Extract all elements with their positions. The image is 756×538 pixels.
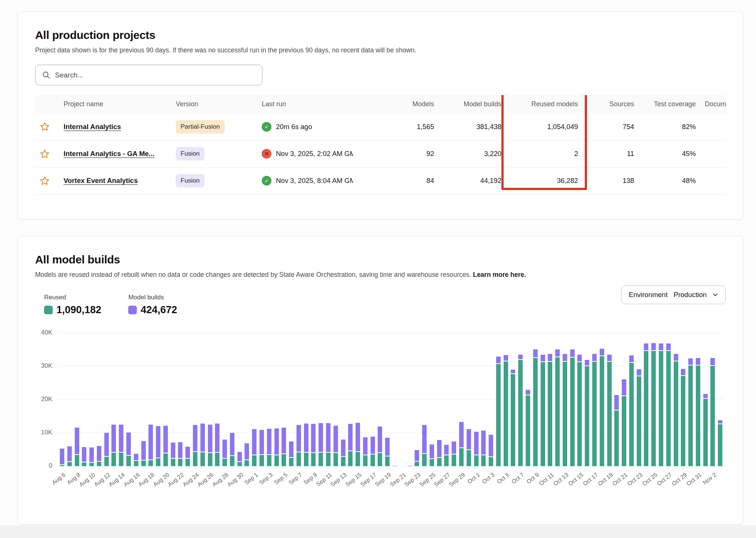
- chart-bar: [82, 447, 86, 466]
- reused-models-count: 1,054,049: [506, 113, 583, 140]
- project-name-link[interactable]: Internal Analytics - GA Me...: [64, 150, 154, 158]
- chart-bar: [614, 395, 619, 466]
- chart-bar: [541, 355, 545, 466]
- sources-count: 11: [583, 140, 639, 167]
- test-coverage-value: 82%: [639, 113, 700, 140]
- search-box[interactable]: [35, 65, 262, 85]
- chart-bar: [171, 443, 175, 466]
- star-icon[interactable]: [40, 176, 50, 186]
- chart-bar: [208, 425, 212, 466]
- chart-xaxis: Aug 6Aug 8Aug 10Aug 12Aug 14Aug 16Aug 18…: [58, 466, 724, 495]
- model-builds-count: 44,192: [439, 167, 506, 194]
- project-name-link[interactable]: Internal Analytics: [64, 123, 121, 131]
- environment-value: Production: [674, 291, 707, 299]
- sources-count: 754: [583, 113, 639, 140]
- reused-models-count: 2: [506, 140, 583, 167]
- chart-bar: [688, 358, 693, 466]
- chart-bar: [622, 379, 626, 466]
- last-run-text: 20m 6s ago: [276, 123, 312, 131]
- model-builds-count: 3,220: [439, 140, 506, 167]
- chart-bar: [718, 420, 722, 466]
- chevron-down-icon: [713, 293, 718, 297]
- chart-bar: [178, 442, 182, 466]
- chart-bar: [141, 441, 146, 466]
- legend-value: 424,672: [141, 304, 177, 316]
- chart-bar: [237, 452, 242, 466]
- chart-bar: [67, 446, 72, 466]
- chart-plot: 010K20K30K40K: [58, 333, 724, 466]
- chart-bar: [215, 424, 219, 466]
- legend-label: Reused: [44, 294, 101, 301]
- chart-bar: [504, 355, 508, 466]
- chart-bar: [703, 394, 708, 466]
- column-documentation-coverage: Documentation coverage: [700, 95, 726, 113]
- chart-bar: [644, 343, 648, 466]
- chart-bar: [430, 444, 434, 466]
- reused-models-count: 36,282: [506, 167, 583, 194]
- legend-value: 1,090,182: [56, 304, 101, 316]
- chart-bar: [459, 422, 464, 466]
- chart-bar: [533, 349, 538, 466]
- version-badge: Fusion: [176, 174, 205, 187]
- chart-bar: [496, 357, 501, 466]
- chart-bar: [563, 354, 567, 466]
- chart-bar: [252, 429, 256, 466]
- column-reused-models: Reused models: [506, 95, 583, 113]
- star-icon[interactable]: [40, 122, 50, 132]
- run-status-icon: [262, 176, 271, 186]
- last-run-text: Nov 3, 2025, 2:02 AM GMT: [276, 150, 353, 158]
- documentation-coverage-value: [700, 167, 726, 194]
- column-project-name: Project name: [59, 95, 171, 113]
- sources-count: 138: [583, 167, 639, 194]
- version-badge: Fusion: [176, 147, 205, 161]
- chart-bar: [230, 433, 234, 466]
- test-coverage-value: 48%: [639, 167, 700, 194]
- environment-dropdown[interactable]: Environment Production: [621, 285, 726, 304]
- y-axis-label: 30K: [41, 362, 52, 370]
- environment-label: Environment: [629, 291, 668, 299]
- chart-bar: [659, 343, 663, 466]
- chart-bar: [651, 343, 656, 466]
- table-row: Internal Analytics Partial-Fusion 20m 6s…: [35, 113, 726, 140]
- chart-bar: [681, 369, 685, 466]
- search-input[interactable]: [55, 71, 255, 79]
- chart-bar: [334, 426, 338, 466]
- chart-bar: [97, 446, 101, 466]
- chart-bar: [111, 425, 116, 466]
- builds-subtitle-text: Models are reused instead of rebuilt whe…: [35, 271, 471, 278]
- chart-bar: [148, 425, 153, 466]
- column-favorite: [35, 95, 59, 113]
- model-builds-chart: 010K20K30K40K Aug 6Aug 8Aug 10Aug 12Aug …: [35, 333, 726, 495]
- chart-bar: [60, 449, 64, 466]
- column-sources: Sources: [583, 95, 639, 113]
- table-row: Internal Analytics - GA Me... Fusion Nov…: [35, 140, 726, 167]
- chart-bar: [245, 443, 249, 466]
- search-icon: [42, 71, 50, 79]
- legend-label: Model builds: [128, 294, 177, 301]
- projects-card-title: All production projects: [35, 29, 726, 42]
- star-icon[interactable]: [40, 149, 50, 159]
- chart-bar: [511, 370, 515, 466]
- chart-bar: [274, 428, 279, 466]
- column-models: Models: [388, 95, 439, 113]
- project-name-link[interactable]: Vortex Event Analytics: [64, 177, 138, 184]
- chart-bar: [104, 433, 109, 466]
- dashboard-page: All production projects Project data sho…: [0, 0, 756, 538]
- chart-bar: [600, 349, 604, 466]
- chart-bar: [607, 355, 612, 466]
- chart-bar: [489, 435, 493, 466]
- models-count: 84: [388, 167, 439, 194]
- version-badge: Partial-Fusion: [176, 120, 225, 134]
- chart-bar: [193, 425, 197, 466]
- chart-bar: [637, 369, 641, 466]
- y-axis-label: 10K: [41, 429, 52, 436]
- test-coverage-value: 45%: [639, 140, 700, 167]
- chart-bar: [474, 432, 479, 466]
- chart-bar: [696, 358, 700, 466]
- table-row: Vortex Event Analytics Fusion Nov 3, 202…: [35, 167, 726, 194]
- learn-more-link[interactable]: Learn more here.: [473, 271, 526, 278]
- chart-bar: [311, 424, 316, 466]
- chart-bar: [422, 425, 427, 466]
- column-version: Version: [171, 95, 257, 113]
- y-axis-label: 20K: [41, 395, 52, 403]
